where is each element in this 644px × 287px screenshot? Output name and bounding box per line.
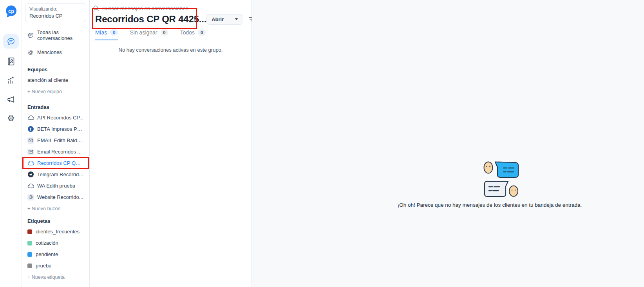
inbox-label: EMAIL Edith Balde...	[37, 137, 84, 143]
chat-bubble-icon	[7, 38, 15, 45]
tab-count-badge: 0	[198, 29, 206, 36]
nav-contacts-button[interactable]	[3, 54, 19, 69]
envelope-icon	[27, 149, 34, 155]
viewing-selector[interactable]: Visualizando: Recorridos CP	[25, 3, 86, 22]
new-label-button[interactable]: + Nueva etiqueta	[25, 271, 86, 283]
section-title-teams: Equipos	[25, 64, 86, 74]
sidebar-inbox-facebook[interactable]: f BETA Impresos Pu...	[25, 123, 86, 135]
sidebar-item-team[interactable]: atención al cliente	[25, 74, 86, 86]
label-color-swatch	[27, 252, 32, 257]
contacts-book-icon	[7, 57, 15, 66]
label-name: prueba	[36, 263, 51, 269]
conversation-list-pane: Recorridos CP QR 4425... Abrir Mías 0 Si…	[90, 0, 252, 287]
conversation-tabs: Mías 0 Sin asignar 0 Todos 0	[90, 25, 251, 40]
tab-label: Mías	[95, 29, 107, 36]
tab-todos[interactable]: Todos 0	[180, 29, 206, 40]
cloud-icon	[27, 184, 34, 188]
inbox-label: BETA Impresos Pu...	[37, 126, 84, 132]
inbox-label: Recorridos CP QR ...	[37, 160, 84, 166]
label-color-swatch	[27, 229, 32, 234]
nav-campaigns-button[interactable]	[3, 92, 19, 106]
label-name: clientes_frecuentes	[36, 229, 80, 235]
title-row: Recorridos CP QR 4425... Abrir	[93, 14, 248, 25]
sidebar-inbox-telegram[interactable]: Telegram Recorrid...	[25, 169, 86, 180]
sidebar-label-pendiente[interactable]: pendiente	[25, 249, 86, 260]
logo-text: cp	[8, 8, 14, 14]
new-team-label: + Nuevo equipo	[27, 89, 62, 94]
nav-reports-button[interactable]	[3, 73, 19, 87]
app-logo[interactable]: cp	[5, 5, 17, 18]
sidebar-label-clientes-frecuentes[interactable]: clientes_frecuentes	[25, 226, 86, 237]
viewing-value: Recorridos CP	[29, 13, 82, 19]
chart-trend-icon	[6, 76, 16, 85]
label-color-swatch	[27, 264, 32, 268]
sidebar-label-cotizacion[interactable]: cotización	[25, 237, 86, 249]
viewing-label: Visualizando:	[29, 6, 82, 12]
search-icon	[93, 5, 99, 11]
label-name: cotización	[36, 240, 58, 246]
conversation-detail-panel: ¡Oh oh! Parece que no hay mensajes de lo…	[252, 0, 644, 287]
chevron-down-icon	[235, 18, 238, 20]
tab-count-badge: 0	[161, 29, 168, 36]
conversation-list-empty-text: No hay conversaciones activas en este gr…	[90, 47, 251, 53]
nav-conversations-button[interactable]	[3, 34, 19, 49]
sidebar-inbox-email-2[interactable]: Email Recorridos ...	[25, 146, 86, 157]
new-inbox-button[interactable]: + Nuevo buzón	[25, 203, 86, 214]
megaphone-icon	[6, 95, 16, 104]
status-dropdown-label: Abrir	[212, 16, 224, 22]
conversation-list-header: Recorridos CP QR 4425... Abrir	[90, 0, 251, 25]
status-dropdown[interactable]: Abrir	[206, 14, 243, 25]
chat-conversation-illustration	[483, 161, 519, 197]
sidebar-inbox-wa[interactable]: WA Edith prueba	[25, 180, 86, 191]
section-title-inboxes: Entradas	[25, 102, 86, 112]
sidebar-item-all-conversations[interactable]: Todas las conversaciones	[25, 27, 86, 43]
sidebar-inbox-recorridos-cp-qr[interactable]: Recorridos CP QR ...	[25, 157, 86, 169]
nav-settings-button[interactable]: ⚙	[3, 111, 19, 125]
tab-mias[interactable]: Mías 0	[95, 29, 118, 40]
envelope-icon	[27, 137, 34, 144]
tab-sin-asignar[interactable]: Sin asignar 0	[130, 29, 168, 40]
cloud-icon	[27, 116, 34, 120]
inbox-label: Telegram Recorrid...	[37, 171, 83, 177]
new-inbox-label: + Nuevo buzón	[27, 206, 60, 211]
inbox-label: API Recorridos CP...	[37, 115, 83, 121]
sidebar: Visualizando: Recorridos CP Todas las co…	[22, 0, 90, 287]
section-title-labels: Etiquetas	[25, 216, 86, 226]
inbox-label: Email Recorridos ...	[37, 149, 81, 155]
sidebar-item-label: Todas las conversaciones	[37, 29, 84, 42]
label-name: pendiente	[36, 251, 58, 257]
sidebar-inbox-api[interactable]: API Recorridos CP...	[25, 112, 86, 123]
tab-count-badge: 0	[110, 29, 118, 36]
app-rail: cp ⚙	[0, 0, 22, 287]
globe-icon	[27, 194, 34, 200]
empty-state: ¡Oh oh! Parece que no hay mensajes de lo…	[384, 161, 595, 208]
inbox-label: WA Edith prueba	[37, 183, 75, 189]
tab-label: Todos	[180, 29, 195, 36]
tab-label: Sin asignar	[130, 29, 157, 36]
search-input[interactable]	[102, 5, 248, 11]
new-team-button[interactable]: + Nuevo equipo	[25, 86, 86, 97]
team-label: atención al cliente	[27, 77, 68, 83]
empty-state-caption: ¡Oh oh! Parece que no hay mensajes de lo…	[384, 202, 595, 208]
sidebar-inbox-email-1[interactable]: EMAIL Edith Balde...	[25, 135, 86, 146]
facebook-icon: f	[27, 126, 34, 132]
gear-icon: ⚙	[7, 114, 15, 122]
cloud-icon	[27, 161, 34, 166]
sidebar-item-label: Menciones	[37, 49, 62, 55]
inbox-label: Website Recorrido...	[37, 194, 83, 200]
search-bar[interactable]	[93, 5, 248, 12]
label-color-swatch	[27, 241, 32, 245]
sidebar-item-mentions[interactable]: @ Menciones	[25, 47, 86, 58]
sidebar-label-prueba[interactable]: prueba	[25, 260, 86, 271]
chat-bubble-icon	[27, 32, 34, 38]
at-sign-icon: @	[27, 49, 34, 55]
inbox-title: Recorridos CP QR 4425...	[95, 14, 206, 25]
telegram-icon	[27, 171, 34, 177]
sidebar-inbox-website[interactable]: Website Recorrido...	[25, 191, 86, 203]
new-label-label: + Nueva etiqueta	[27, 274, 65, 280]
